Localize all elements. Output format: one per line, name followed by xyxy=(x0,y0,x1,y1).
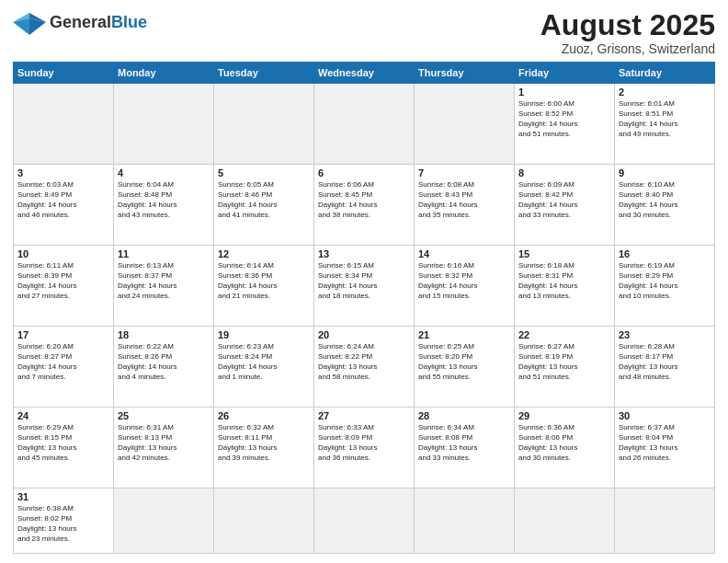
day-number: 27 xyxy=(318,410,410,421)
calendar-day-cell: 20Sunrise: 6:24 AMSunset: 8:22 PMDayligh… xyxy=(314,327,415,408)
calendar-day-cell xyxy=(615,488,715,554)
day-info: Sunrise: 6:20 AMSunset: 8:27 PMDaylight:… xyxy=(17,342,109,382)
calendar-day-cell: 14Sunrise: 6:16 AMSunset: 8:32 PMDayligh… xyxy=(415,246,515,327)
calendar-col-header: Thursday xyxy=(415,63,515,84)
day-info: Sunrise: 6:01 AMSunset: 8:51 PMDaylight:… xyxy=(619,99,711,139)
day-number: 8 xyxy=(518,167,610,178)
calendar-day-cell: 22Sunrise: 6:27 AMSunset: 8:19 PMDayligh… xyxy=(515,327,615,408)
day-number: 29 xyxy=(518,410,610,421)
day-info: Sunrise: 6:03 AMSunset: 8:49 PMDaylight:… xyxy=(17,180,109,220)
calendar-day-cell: 30Sunrise: 6:37 AMSunset: 8:04 PMDayligh… xyxy=(615,408,715,488)
calendar-day-cell xyxy=(114,84,214,165)
calendar-day-cell xyxy=(314,84,415,165)
day-number: 30 xyxy=(619,410,711,421)
day-number: 6 xyxy=(318,167,410,178)
day-info: Sunrise: 6:09 AMSunset: 8:42 PMDaylight:… xyxy=(518,180,610,220)
calendar-day-cell: 9Sunrise: 6:10 AMSunset: 8:40 PMDaylight… xyxy=(615,165,715,246)
day-info: Sunrise: 6:33 AMSunset: 8:09 PMDaylight:… xyxy=(318,423,410,463)
day-info: Sunrise: 6:18 AMSunset: 8:31 PMDaylight:… xyxy=(518,261,610,301)
day-number: 24 xyxy=(17,410,109,421)
calendar-week-row: 3Sunrise: 6:03 AMSunset: 8:49 PMDaylight… xyxy=(14,165,715,246)
day-number: 5 xyxy=(218,167,310,178)
day-number: 19 xyxy=(218,329,310,340)
logo-bird-icon xyxy=(13,9,46,35)
day-info: Sunrise: 6:13 AMSunset: 8:37 PMDaylight:… xyxy=(118,261,210,301)
calendar-day-cell: 5Sunrise: 6:05 AMSunset: 8:46 PMDaylight… xyxy=(214,165,314,246)
day-info: Sunrise: 6:37 AMSunset: 8:04 PMDaylight:… xyxy=(619,423,711,463)
day-number: 22 xyxy=(518,329,610,340)
day-number: 23 xyxy=(619,329,711,340)
logo-text: GeneralBlue xyxy=(50,13,147,32)
day-number: 31 xyxy=(17,491,109,502)
calendar-day-cell: 25Sunrise: 6:31 AMSunset: 8:13 PMDayligh… xyxy=(114,408,214,488)
calendar-day-cell xyxy=(14,84,114,165)
day-number: 7 xyxy=(418,167,510,178)
day-info: Sunrise: 6:36 AMSunset: 8:06 PMDaylight:… xyxy=(518,423,610,463)
calendar-day-cell: 18Sunrise: 6:22 AMSunset: 8:26 PMDayligh… xyxy=(114,327,214,408)
day-number: 18 xyxy=(118,329,210,340)
day-number: 12 xyxy=(218,248,310,259)
day-number: 25 xyxy=(118,410,210,421)
calendar-day-cell: 1Sunrise: 6:00 AMSunset: 8:52 PMDaylight… xyxy=(515,84,615,165)
calendar-day-cell xyxy=(214,84,314,165)
day-info: Sunrise: 6:28 AMSunset: 8:17 PMDaylight:… xyxy=(619,342,711,382)
calendar-day-cell: 4Sunrise: 6:04 AMSunset: 8:48 PMDaylight… xyxy=(114,165,214,246)
day-info: Sunrise: 6:00 AMSunset: 8:52 PMDaylight:… xyxy=(518,99,610,139)
logo: GeneralBlue xyxy=(13,9,147,35)
calendar-table: SundayMondayTuesdayWednesdayThursdayFrid… xyxy=(13,62,715,554)
day-number: 28 xyxy=(418,410,510,421)
day-info: Sunrise: 6:04 AMSunset: 8:48 PMDaylight:… xyxy=(118,180,210,220)
calendar-day-cell: 27Sunrise: 6:33 AMSunset: 8:09 PMDayligh… xyxy=(314,408,415,488)
calendar-day-cell: 17Sunrise: 6:20 AMSunset: 8:27 PMDayligh… xyxy=(14,327,114,408)
day-info: Sunrise: 6:06 AMSunset: 8:45 PMDaylight:… xyxy=(318,180,410,220)
day-info: Sunrise: 6:14 AMSunset: 8:36 PMDaylight:… xyxy=(218,261,310,301)
day-number: 1 xyxy=(518,86,610,98)
calendar-day-cell: 28Sunrise: 6:34 AMSunset: 8:08 PMDayligh… xyxy=(415,408,515,488)
day-number: 10 xyxy=(17,248,109,259)
calendar-day-cell xyxy=(214,488,314,554)
day-info: Sunrise: 6:11 AMSunset: 8:39 PMDaylight:… xyxy=(17,261,109,301)
day-info: Sunrise: 6:34 AMSunset: 8:08 PMDaylight:… xyxy=(418,423,510,463)
calendar-col-header: Sunday xyxy=(14,63,114,84)
calendar-week-row: 31Sunrise: 6:38 AMSunset: 8:02 PMDayligh… xyxy=(14,488,715,554)
day-info: Sunrise: 6:32 AMSunset: 8:11 PMDaylight:… xyxy=(218,423,310,463)
day-info: Sunrise: 6:19 AMSunset: 8:29 PMDaylight:… xyxy=(619,261,711,301)
calendar-col-header: Monday xyxy=(114,63,214,84)
header: GeneralBlue August 2025 Zuoz, Grisons, S… xyxy=(13,9,715,56)
calendar-col-header: Tuesday xyxy=(214,63,314,84)
day-info: Sunrise: 6:15 AMSunset: 8:34 PMDaylight:… xyxy=(318,261,410,301)
day-info: Sunrise: 6:08 AMSunset: 8:43 PMDaylight:… xyxy=(418,180,510,220)
title-block: August 2025 Zuoz, Grisons, Switzerland xyxy=(540,9,715,56)
day-number: 17 xyxy=(17,329,109,340)
calendar-day-cell: 26Sunrise: 6:32 AMSunset: 8:11 PMDayligh… xyxy=(214,408,314,488)
calendar-day-cell: 10Sunrise: 6:11 AMSunset: 8:39 PMDayligh… xyxy=(14,246,114,327)
day-info: Sunrise: 6:25 AMSunset: 8:20 PMDaylight:… xyxy=(418,342,510,382)
calendar-day-cell: 21Sunrise: 6:25 AMSunset: 8:20 PMDayligh… xyxy=(415,327,515,408)
day-number: 21 xyxy=(418,329,510,340)
calendar-day-cell: 24Sunrise: 6:29 AMSunset: 8:15 PMDayligh… xyxy=(14,408,114,488)
calendar-day-cell: 6Sunrise: 6:06 AMSunset: 8:45 PMDaylight… xyxy=(314,165,415,246)
day-number: 26 xyxy=(218,410,310,421)
calendar-col-header: Saturday xyxy=(615,63,715,84)
day-number: 2 xyxy=(619,86,711,98)
day-number: 4 xyxy=(118,167,210,178)
calendar-day-cell: 12Sunrise: 6:14 AMSunset: 8:36 PMDayligh… xyxy=(214,246,314,327)
calendar-day-cell: 31Sunrise: 6:38 AMSunset: 8:02 PMDayligh… xyxy=(14,488,114,554)
page: GeneralBlue August 2025 Zuoz, Grisons, S… xyxy=(0,0,728,563)
calendar-day-cell: 19Sunrise: 6:23 AMSunset: 8:24 PMDayligh… xyxy=(214,327,314,408)
day-number: 11 xyxy=(118,248,210,259)
calendar-title: August 2025 xyxy=(540,9,715,41)
calendar-day-cell: 7Sunrise: 6:08 AMSunset: 8:43 PMDaylight… xyxy=(415,165,515,246)
day-info: Sunrise: 6:23 AMSunset: 8:24 PMDaylight:… xyxy=(218,342,310,382)
day-info: Sunrise: 6:05 AMSunset: 8:46 PMDaylight:… xyxy=(218,180,310,220)
calendar-day-cell: 2Sunrise: 6:01 AMSunset: 8:51 PMDaylight… xyxy=(615,84,715,165)
calendar-header-row: SundayMondayTuesdayWednesdayThursdayFrid… xyxy=(14,63,715,84)
day-info: Sunrise: 6:22 AMSunset: 8:26 PMDaylight:… xyxy=(118,342,210,382)
calendar-day-cell xyxy=(415,84,515,165)
calendar-week-row: 17Sunrise: 6:20 AMSunset: 8:27 PMDayligh… xyxy=(14,327,715,408)
calendar-day-cell xyxy=(415,488,515,554)
calendar-day-cell: 8Sunrise: 6:09 AMSunset: 8:42 PMDaylight… xyxy=(515,165,615,246)
calendar-subtitle: Zuoz, Grisons, Switzerland xyxy=(540,41,715,56)
calendar-day-cell: 11Sunrise: 6:13 AMSunset: 8:37 PMDayligh… xyxy=(114,246,214,327)
calendar-week-row: 24Sunrise: 6:29 AMSunset: 8:15 PMDayligh… xyxy=(14,408,715,488)
